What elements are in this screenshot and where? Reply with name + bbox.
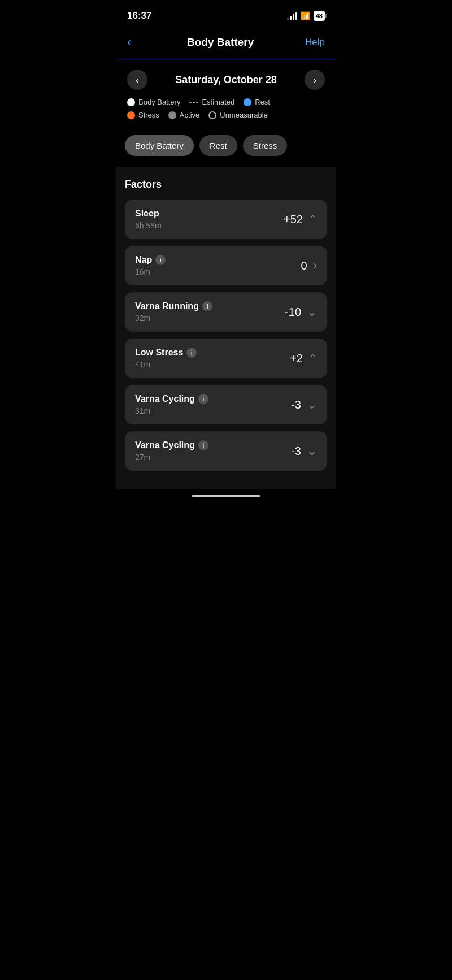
factor-low-stress-name: Low Stress i <box>135 348 290 358</box>
signal-bars-icon <box>287 12 297 20</box>
running-info-icon[interactable]: i <box>202 301 212 311</box>
factor-cycling1-value: -3 <box>291 398 301 411</box>
factor-sleep-duration: 6h 58m <box>135 221 284 230</box>
legend-rest-label: Rest <box>255 98 270 106</box>
page-title: Body Battery <box>187 36 254 49</box>
low-stress-info-icon[interactable]: i <box>186 348 197 358</box>
legend-estimated-label: Estimated <box>202 98 234 106</box>
factor-cycling2-name: Varna Cycling i <box>135 440 291 450</box>
factor-nap-right: 0 <box>301 258 317 273</box>
legend-estimated: Estimated <box>189 98 234 106</box>
factor-sleep-info: Sleep 6h 58m <box>135 209 284 230</box>
chevron-right-icon <box>313 258 317 273</box>
factor-running-right: -10 <box>285 306 317 319</box>
factor-running-duration: 32m <box>135 314 285 323</box>
cycling1-info-icon[interactable]: i <box>198 394 208 404</box>
cycling2-info-icon[interactable]: i <box>198 440 208 450</box>
factor-nap-info: Nap i 16m <box>135 255 301 276</box>
prev-arrow-icon: ‹ <box>136 73 140 86</box>
factor-sleep-value: +52 <box>284 213 303 226</box>
legend-body-battery-label: Body Battery <box>138 98 180 106</box>
factor-cycling1-duration: 31m <box>135 406 291 415</box>
home-bar <box>192 495 260 497</box>
factor-card-varna-cycling-1[interactable]: Varna Cycling i 31m -3 <box>125 385 327 424</box>
legend-stress: Stress <box>127 111 159 119</box>
active-dot-icon <box>168 111 176 119</box>
factor-card-sleep[interactable]: Sleep 6h 58m +52 <box>125 200 327 239</box>
factor-card-varna-running[interactable]: Varna Running i 32m -10 <box>125 292 327 332</box>
legend-unmeasurable-label: Unmeasurable <box>220 111 268 119</box>
legend-unmeasurable: Unmeasurable <box>208 111 268 119</box>
factor-card-varna-cycling-2[interactable]: Varna Cycling i 27m -3 <box>125 431 327 471</box>
factor-low-stress-right: +2 <box>290 352 317 365</box>
legend-body-battery: Body Battery <box>127 98 180 106</box>
legend-row-2: Stress Active Unmeasurable <box>127 111 325 119</box>
chevron-down-icon-2 <box>307 398 317 411</box>
factor-cycling2-info: Varna Cycling i 27m <box>135 440 291 462</box>
factor-cycling2-value: -3 <box>291 445 301 458</box>
factor-card-low-stress[interactable]: Low Stress i 41m +2 <box>125 339 327 378</box>
chevron-down-icon-3 <box>307 445 317 457</box>
stress-dot-icon <box>127 111 135 119</box>
tab-rest[interactable]: Rest <box>199 135 237 156</box>
battery-icon: 48 <box>314 11 325 21</box>
status-time: 16:37 <box>127 10 151 21</box>
legend-rest: Rest <box>244 98 270 106</box>
tab-stress[interactable]: Stress <box>243 135 288 156</box>
next-date-button[interactable]: › <box>305 70 325 90</box>
back-button[interactable]: ‹ <box>127 33 136 52</box>
factor-nap-value: 0 <box>301 259 307 272</box>
date-navigation: ‹ Saturday, October 28 › <box>116 59 336 98</box>
body-battery-dot-icon <box>127 98 135 106</box>
factor-running-info: Varna Running i 32m <box>135 301 285 323</box>
factor-cycling1-right: -3 <box>291 398 317 411</box>
nav-bar: ‹ Body Battery Help <box>116 28 336 59</box>
status-icons: 📶 48 <box>287 11 325 21</box>
nap-info-icon[interactable]: i <box>155 255 166 265</box>
legend-stress-label: Stress <box>138 111 159 119</box>
factor-running-name: Varna Running i <box>135 301 285 311</box>
tab-body-battery[interactable]: Body Battery <box>125 135 194 156</box>
chevron-up-icon-2 <box>308 352 317 365</box>
unmeasurable-dot-icon <box>208 111 216 119</box>
factor-cycling2-duration: 27m <box>135 453 291 462</box>
help-button[interactable]: Help <box>305 37 325 48</box>
rest-dot-icon <box>244 98 251 106</box>
factors-title: Factors <box>125 179 327 190</box>
current-date: Saturday, October 28 <box>175 74 277 86</box>
next-arrow-icon: › <box>313 73 317 86</box>
legend-active-label: Active <box>180 111 199 119</box>
factor-cycling2-right: -3 <box>291 445 317 458</box>
tab-buttons: Body Battery Rest Stress <box>116 133 336 167</box>
chevron-up-icon <box>308 213 317 226</box>
legend-row-1: Body Battery Estimated Rest <box>127 98 325 106</box>
factor-nap-name: Nap i <box>135 255 301 265</box>
factor-cycling1-info: Varna Cycling i 31m <box>135 394 291 415</box>
factor-low-stress-value: +2 <box>290 352 303 365</box>
prev-date-button[interactable]: ‹ <box>127 70 147 90</box>
factor-low-stress-info: Low Stress i 41m <box>135 348 290 369</box>
factor-nap-duration: 16m <box>135 267 301 276</box>
factor-sleep-right: +52 <box>284 213 317 226</box>
factor-running-value: -10 <box>285 306 301 319</box>
wifi-icon: 📶 <box>301 11 310 20</box>
factor-sleep-name: Sleep <box>135 209 284 219</box>
factor-card-nap[interactable]: Nap i 16m 0 <box>125 246 327 285</box>
factor-low-stress-duration: 41m <box>135 360 290 369</box>
factor-cycling1-name: Varna Cycling i <box>135 394 291 404</box>
home-indicator <box>116 489 336 502</box>
legend-active: Active <box>168 111 199 119</box>
chart-legend: Body Battery Estimated Rest Stress Activ… <box>116 98 336 133</box>
status-bar: 16:37 📶 48 <box>116 0 336 28</box>
chevron-down-icon <box>307 306 317 318</box>
estimated-dash-icon <box>189 102 198 103</box>
factors-section: Factors Sleep 6h 58m +52 Nap i 16m 0 <box>116 167 336 489</box>
